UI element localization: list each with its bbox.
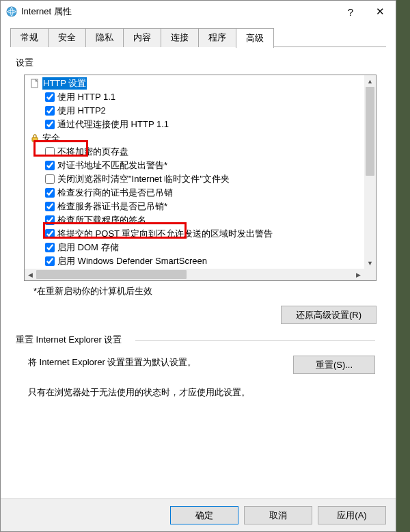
close-button[interactable]: ✕ xyxy=(364,1,396,23)
tree-item-label: 启用 DOM 存储 xyxy=(57,241,119,254)
hscroll-thumb[interactable] xyxy=(36,270,187,279)
scroll-up-icon[interactable]: ▲ xyxy=(364,75,376,87)
tree-item-label: 检查服务器证书是否已吊销* xyxy=(57,200,167,213)
checkbox[interactable] xyxy=(45,106,55,116)
tree-item-label: 将提交的 POST 重定向到不允许发送的区域时发出警告 xyxy=(57,228,273,240)
tree-item[interactable]: 检查服务器证书是否已吊销* xyxy=(27,200,364,213)
tab-privacy[interactable]: 隐私 xyxy=(85,28,124,47)
tree-item[interactable]: 不将加密的页存盘 xyxy=(27,145,364,159)
hscroll-track[interactable] xyxy=(36,269,353,280)
tab-connections[interactable]: 连接 xyxy=(161,28,199,47)
tree-item[interactable]: 对证书地址不匹配发出警告* xyxy=(27,159,364,172)
restore-advanced-button[interactable]: 还原高级设置(R) xyxy=(281,306,377,324)
tree-item-label: 启用 Windows Defender SmartScreen xyxy=(57,255,207,267)
tree-item[interactable]: 使用 HTTP 1.1 xyxy=(27,90,364,104)
tab-advanced[interactable]: 高级 xyxy=(236,28,274,48)
reset-description: 将 Internet Explorer 设置重置为默认设置。 xyxy=(28,356,282,369)
checkbox[interactable] xyxy=(45,174,55,184)
window-title: Internet 属性 xyxy=(21,5,337,18)
settings-tree-body: HTTP 设置使用 HTTP 1.1使用 HTTP2通过代理连接使用 HTTP … xyxy=(25,75,364,269)
checkbox[interactable] xyxy=(45,161,55,170)
tree-item: 安全 xyxy=(27,131,364,145)
dialog-button-bar: 确定 取消 应用(A) xyxy=(1,498,396,531)
help-button[interactable]: ? xyxy=(337,1,364,23)
titlebar: Internet 属性 ? ✕ xyxy=(1,1,396,23)
restart-note: *在重新启动你的计算机后生效 xyxy=(33,285,386,297)
tree-item[interactable]: 启用 Windows Defender SmartScreen xyxy=(27,254,364,268)
client-area: 常规 安全 隐私 内容 连接 程序 高级 设置 HTTP 设置使用 HTTP 1… xyxy=(1,23,396,399)
scroll-thumb[interactable] xyxy=(366,87,374,176)
checkbox[interactable] xyxy=(45,243,55,252)
checkbox[interactable] xyxy=(45,202,55,211)
checkbox[interactable] xyxy=(45,256,55,266)
tab-security[interactable]: 安全 xyxy=(48,28,86,47)
checkbox[interactable] xyxy=(45,229,55,239)
tree-item[interactable]: 将提交的 POST 重定向到不允许发送的区域时发出警告 xyxy=(27,227,364,241)
tab-programs[interactable]: 程序 xyxy=(198,28,236,47)
tree-item: HTTP 设置 xyxy=(27,77,364,90)
tree-item-label: 对证书地址不匹配发出警告* xyxy=(57,159,167,172)
tree-item[interactable]: 检查发行商的证书是否已吊销 xyxy=(27,186,364,200)
tree-item-label: 检查所下载程序的签名 xyxy=(57,214,146,226)
apply-button[interactable]: 应用(A) xyxy=(318,506,386,524)
tab-general[interactable]: 常规 xyxy=(10,28,49,47)
internet-properties-window: Internet 属性 ? ✕ 常规 安全 隐私 内容 连接 程序 高级 设置 … xyxy=(0,0,396,532)
tree-item-label: 安全 xyxy=(42,132,60,144)
scroll-track[interactable] xyxy=(364,87,376,257)
window-controls: ? ✕ xyxy=(337,1,396,23)
svg-point-0 xyxy=(7,7,16,16)
settings-tree: HTTP 设置使用 HTTP 1.1使用 HTTP2通过代理连接使用 HTTP … xyxy=(24,75,377,281)
cancel-button[interactable]: 取消 xyxy=(244,506,312,524)
checkbox[interactable] xyxy=(45,120,55,129)
checkbox[interactable] xyxy=(45,147,55,157)
vertical-scrollbar[interactable]: ▲ ▼ xyxy=(364,75,376,269)
scroll-corner xyxy=(364,269,376,280)
background-sliver xyxy=(396,0,410,532)
tree-item[interactable]: 检查所下载程序的签名 xyxy=(27,213,364,227)
tree-item[interactable]: 启用 DOM 存储 xyxy=(27,241,364,254)
reset-warning: 只有在浏览器处于无法使用的状态时，才应使用此设置。 xyxy=(28,386,379,399)
separator xyxy=(135,340,375,341)
scroll-left-icon[interactable]: ◀ xyxy=(25,269,36,280)
tree-item[interactable]: 通过代理连接使用 HTTP 1.1 xyxy=(27,118,364,131)
tree-item-label: 关闭浏览器时清空"Internet 临时文件"文件夹 xyxy=(57,173,230,185)
tree-item-label: 通过代理连接使用 HTTP 1.1 xyxy=(57,118,169,131)
tab-strip: 常规 安全 隐私 内容 连接 程序 高级 xyxy=(10,29,386,47)
checkbox[interactable] xyxy=(45,92,55,102)
reset-button[interactable]: 重置(S)... xyxy=(293,356,375,374)
tree-item-label: 使用 HTTP2 xyxy=(57,105,106,117)
tree-item-label: HTTP 设置 xyxy=(42,77,87,90)
internet-options-icon xyxy=(6,6,17,17)
tree-item[interactable]: 使用 HTTP2 xyxy=(27,104,364,118)
tree-item-label: 不将加密的页存盘 xyxy=(57,146,128,158)
scroll-right-icon[interactable]: ▶ xyxy=(353,269,364,280)
settings-group-label: 设置 xyxy=(16,57,386,69)
lock-icon xyxy=(30,133,40,143)
tree-item-label: 使用 HTTP 1.1 xyxy=(57,91,115,103)
scroll-down-icon[interactable]: ▼ xyxy=(364,257,376,269)
ok-button[interactable]: 确定 xyxy=(170,506,238,524)
checkbox[interactable] xyxy=(45,188,55,198)
tab-content[interactable]: 内容 xyxy=(123,28,161,47)
tree-item[interactable]: 关闭浏览器时清空"Internet 临时文件"文件夹 xyxy=(27,172,364,186)
document-icon xyxy=(30,79,40,88)
svg-rect-2 xyxy=(32,137,38,142)
horizontal-scrollbar[interactable]: ◀ ▶ xyxy=(25,269,364,280)
tree-item-label: 检查发行商的证书是否已吊销 xyxy=(57,187,173,199)
checkbox[interactable] xyxy=(45,215,55,225)
reset-section: 重置 Internet Explorer 设置 将 Internet Explo… xyxy=(16,334,379,399)
